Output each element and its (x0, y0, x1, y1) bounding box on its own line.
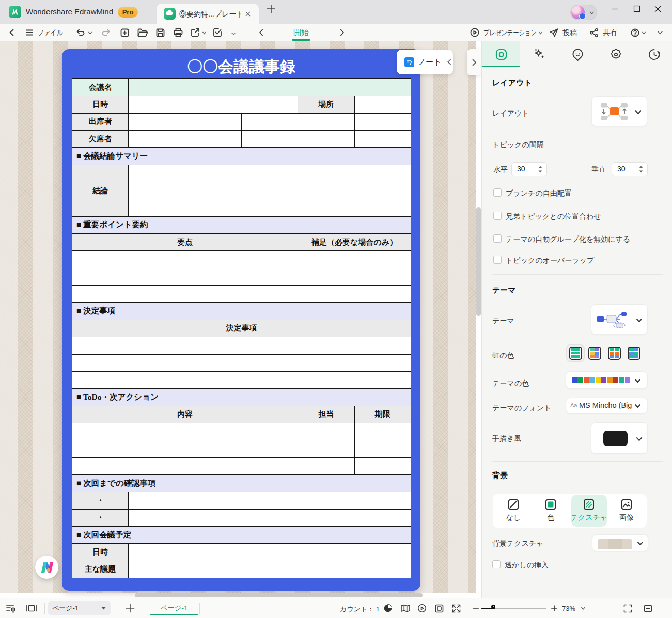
share-icon[interactable] (588, 24, 600, 41)
play-slideshow-icon[interactable] (416, 598, 428, 618)
table-cell[interactable] (72, 457, 298, 474)
back-button[interactable] (6, 24, 18, 41)
save-button[interactable] (154, 24, 166, 41)
table-cell[interactable] (298, 423, 354, 440)
window-maximize-button[interactable] (628, 0, 646, 18)
help-dropdown-icon[interactable] (640, 24, 647, 41)
help-icon[interactable] (629, 24, 640, 41)
table-cell[interactable] (129, 492, 411, 509)
table-cell[interactable] (129, 509, 411, 526)
fit-screen-icon[interactable] (450, 598, 462, 618)
zoom-out-button[interactable] (470, 598, 481, 618)
table-cell[interactable] (129, 165, 411, 182)
new-tab-button[interactable] (264, 0, 278, 18)
table-cell[interactable] (72, 423, 298, 440)
table-cell[interactable] (129, 544, 411, 561)
redo-button[interactable] (100, 24, 112, 41)
watermark-checkbox[interactable] (492, 560, 501, 568)
table-cell[interactable] (354, 113, 411, 130)
rainbow-option-3[interactable] (608, 347, 621, 360)
table-cell[interactable] (354, 423, 411, 440)
background-texture-select[interactable] (592, 534, 648, 551)
table-cell[interactable] (72, 251, 298, 268)
presentation-icon[interactable] (469, 24, 480, 41)
table-cell[interactable] (72, 354, 411, 371)
table-cell[interactable] (185, 113, 241, 130)
branch-stat-icon[interactable] (382, 598, 394, 618)
meeting-minutes-topic[interactable]: 〇〇会議議事録 会議名 日時場所 出席者 欠席者 ■ 会議結論サマリー 結論 ■… (62, 49, 420, 591)
zoom-in-button[interactable] (549, 598, 560, 618)
bg-texture-icon[interactable] (583, 499, 595, 510)
fit-frame-icon[interactable] (433, 598, 445, 618)
share-button[interactable]: 共有 (603, 24, 617, 41)
bg-texture-label[interactable]: テクスチャ (568, 513, 610, 522)
rainbow-option-4[interactable] (628, 347, 640, 360)
tab-settings[interactable] (597, 41, 635, 67)
document-tab-close-icon[interactable] (242, 8, 254, 20)
bg-color-label[interactable]: 色 (535, 513, 566, 522)
free-branch-checkbox[interactable] (493, 188, 502, 197)
edrawmind-floating-logo[interactable] (35, 556, 58, 579)
note-button[interactable]: ノート (397, 50, 453, 74)
meeting-name-cell[interactable] (129, 79, 411, 96)
table-cell[interactable] (354, 131, 411, 148)
post-button[interactable]: 投稿 (562, 24, 577, 41)
table-cell[interactable] (129, 182, 411, 199)
theme-select[interactable] (591, 304, 648, 335)
table-cell[interactable] (72, 440, 298, 457)
window-close-button[interactable] (649, 0, 666, 18)
task-check-button[interactable] (211, 24, 224, 41)
fit-width-icon[interactable] (642, 598, 654, 618)
canvas-vertical-scrollbar[interactable] (476, 207, 481, 316)
table-cell[interactable] (298, 251, 411, 268)
table-cell[interactable] (129, 113, 185, 130)
table-cell[interactable] (298, 440, 354, 457)
table-cell[interactable] (129, 199, 411, 216)
table-cell[interactable] (241, 113, 298, 130)
mindmap-canvas[interactable]: 〇〇会議議事録 会議名 日時場所 出席者 欠席者 ■ 会議結論サマリー 結論 ■… (0, 41, 481, 598)
table-cell[interactable] (298, 286, 411, 303)
panel-collapse-button[interactable] (467, 49, 481, 75)
table-cell[interactable] (298, 457, 354, 474)
toolbar-collapse-icon[interactable] (229, 24, 238, 41)
vertical-spacing-input[interactable]: 30 (612, 162, 648, 176)
table-cell[interactable] (72, 371, 411, 388)
open-file-button[interactable] (135, 24, 149, 41)
hand-drawn-select[interactable] (591, 422, 648, 454)
table-cell[interactable] (185, 131, 241, 148)
table-cell[interactable] (298, 113, 354, 130)
file-menu[interactable]: ファイル (38, 24, 63, 41)
new-document-button[interactable] (118, 24, 131, 41)
table-cell[interactable] (129, 131, 185, 148)
tab-format[interactable] (482, 41, 520, 67)
vertical-scroll-track[interactable] (476, 41, 481, 598)
outline-view-icon[interactable] (4, 598, 18, 618)
table-cell[interactable] (72, 337, 411, 354)
bg-none-label[interactable]: なし (498, 513, 529, 522)
table-cell[interactable] (354, 440, 411, 457)
datetime-cell[interactable] (129, 96, 298, 113)
presentation-dropdown-icon[interactable] (537, 24, 543, 41)
post-icon[interactable] (548, 24, 559, 41)
table-cell[interactable] (298, 268, 411, 285)
print-button[interactable] (172, 24, 184, 41)
add-page-button[interactable] (123, 598, 137, 618)
zoom-level[interactable]: 73% (562, 605, 575, 612)
tab-sticker[interactable] (558, 41, 597, 67)
theme-font-select[interactable]: Aa MS Mincho (Big (566, 398, 648, 414)
page-select[interactable]: ページ-1 (48, 601, 111, 615)
toolbar-more-icon[interactable] (654, 24, 666, 41)
rainbow-option-2[interactable] (588, 347, 601, 360)
horizontal-spacing-input[interactable]: 30 (511, 162, 547, 176)
table-cell[interactable] (129, 561, 411, 578)
window-minimize-button[interactable] (606, 0, 623, 18)
table-cell[interactable] (72, 268, 298, 285)
bg-image-label[interactable]: 画像 (611, 513, 642, 522)
export-dropdown-icon[interactable] (201, 24, 207, 41)
table-cell[interactable] (241, 131, 298, 148)
undo-button[interactable] (74, 24, 87, 41)
disable-autogroup-checkbox[interactable] (493, 234, 502, 243)
slide-view-icon[interactable] (24, 598, 39, 618)
bg-none-icon[interactable] (508, 499, 519, 510)
sibling-align-checkbox[interactable] (493, 212, 502, 220)
